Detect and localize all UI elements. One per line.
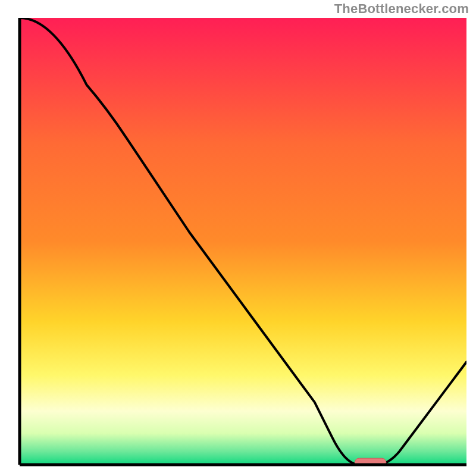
bottleneck-chart: TheBottlenecker.com xyxy=(0,0,476,476)
chart-svg xyxy=(0,0,476,476)
attribution-label: TheBottlenecker.com xyxy=(334,1,469,17)
